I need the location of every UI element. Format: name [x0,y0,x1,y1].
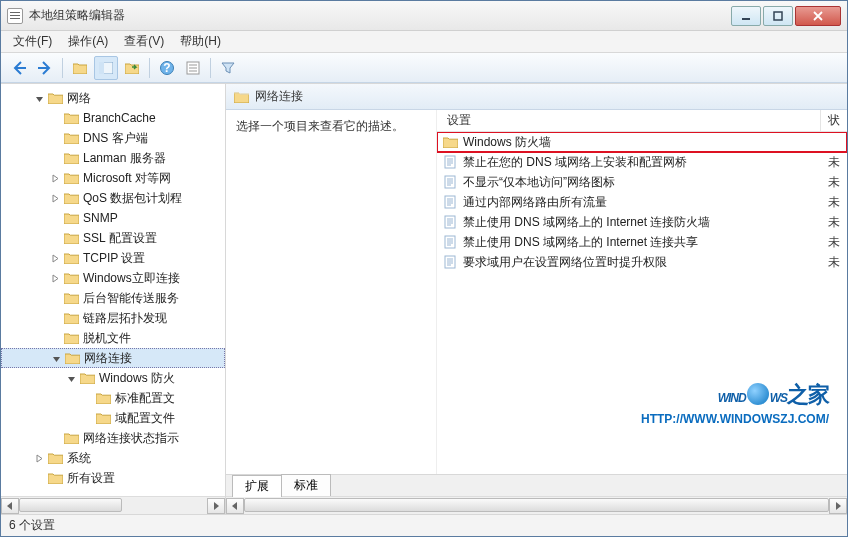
expander-icon[interactable] [49,332,61,344]
svg-rect-1 [774,12,782,20]
list-row[interactable]: 禁止在您的 DNS 域网络上安装和配置网桥未 [437,152,847,172]
tree-node[interactable]: DNS 客户端 [1,128,225,148]
tree-node[interactable]: 所有设置 [1,468,225,488]
titlebar: 本地组策略编辑器 [1,1,847,31]
expander-icon[interactable] [49,272,61,284]
list-row[interactable]: 要求域用户在设置网络位置时提升权限未 [437,252,847,272]
policy-icon [441,175,459,189]
close-button[interactable] [795,6,841,26]
tree-node[interactable]: 脱机文件 [1,328,225,348]
row-status: 未 [821,254,847,271]
scroll-left-button[interactable] [226,498,244,514]
export-button[interactable] [120,56,144,80]
filter-button[interactable] [216,56,240,80]
tree-view[interactable]: 网络BranchCacheDNS 客户端Lanman 服务器Microsoft … [1,84,225,496]
expander-icon[interactable] [81,392,93,404]
tree-label: Windows 防火 [99,370,175,387]
expander-icon[interactable] [49,132,61,144]
tree-node[interactable]: 网络 [1,88,225,108]
tree-label: Lanman 服务器 [83,150,166,167]
tree-node[interactable]: Windows 防火 [1,368,225,388]
scroll-track[interactable] [244,498,829,514]
tree-node[interactable]: BranchCache [1,108,225,128]
tab-standard[interactable]: 标准 [281,474,331,496]
tree-label: QoS 数据包计划程 [83,190,182,207]
svg-text:?: ? [163,61,170,75]
scroll-right-button[interactable] [829,498,847,514]
expander-icon[interactable] [49,432,61,444]
expander-icon[interactable] [49,112,61,124]
expander-icon[interactable] [33,92,45,104]
tree-node[interactable]: TCPIP 设置 [1,248,225,268]
items-list[interactable]: Windows 防火墙禁止在您的 DNS 域网络上安装和配置网桥未不显示“仅本地… [437,132,847,474]
list-row[interactable]: 禁止使用 DNS 域网络上的 Internet 连接共享未 [437,232,847,252]
row-name: 禁止在您的 DNS 域网络上安装和配置网桥 [459,154,821,171]
expander-icon[interactable] [65,372,77,384]
tree-label: Windows立即连接 [83,270,180,287]
expander-icon[interactable] [49,312,61,324]
menu-action[interactable]: 操作(A) [60,31,116,52]
expander-icon[interactable] [49,172,61,184]
expander-icon[interactable] [49,152,61,164]
scroll-thumb[interactable] [244,498,829,512]
expander-icon[interactable] [49,252,61,264]
menu-file[interactable]: 文件(F) [5,31,60,52]
tree-node[interactable]: Microsoft 对等网 [1,168,225,188]
tree-node[interactable]: 域配置文件 [1,408,225,428]
back-button[interactable] [7,56,31,80]
expander-icon[interactable] [49,192,61,204]
tree-node[interactable]: 系统 [1,448,225,468]
row-name: Windows 防火墙 [459,134,821,151]
expander-icon[interactable] [81,412,93,424]
tree-view-button[interactable] [94,56,118,80]
column-header-setting[interactable]: 设置 [437,110,821,131]
expander-icon[interactable] [33,472,45,484]
list-hscroll[interactable] [226,496,847,514]
folder-icon [63,310,79,326]
maximize-button[interactable] [763,6,793,26]
expander-icon[interactable] [33,452,45,464]
tree-node[interactable]: Lanman 服务器 [1,148,225,168]
tree-label: TCPIP 设置 [83,250,145,267]
list-row[interactable]: 禁止使用 DNS 域网络上的 Internet 连接防火墙未 [437,212,847,232]
expander-icon[interactable] [49,212,61,224]
description-prompt: 选择一个项目来查看它的描述。 [236,119,404,133]
scroll-thumb[interactable] [19,498,122,512]
tree-label: 系统 [67,450,91,467]
folder-icon [95,390,111,406]
tree-node[interactable]: 后台智能传送服务 [1,288,225,308]
expander-icon[interactable] [50,352,62,364]
tree-node[interactable]: QoS 数据包计划程 [1,188,225,208]
list-header: 网络连接 [226,84,847,110]
expander-icon[interactable] [49,292,61,304]
tab-extended[interactable]: 扩展 [232,475,282,497]
minimize-button[interactable] [731,6,761,26]
forward-button[interactable] [33,56,57,80]
list-row[interactable]: 通过内部网络路由所有流量未 [437,192,847,212]
tree-label: 标准配置文 [115,390,175,407]
tree-node[interactable]: 网络连接 [1,348,225,368]
properties-button[interactable] [181,56,205,80]
toolbar-separator [210,58,211,78]
tree-node[interactable]: 链路层拓扑发现 [1,308,225,328]
column-header-row: 设置 状 [437,110,847,132]
column-header-status[interactable]: 状 [821,110,847,131]
scroll-right-button[interactable] [207,498,225,514]
tree-label: Microsoft 对等网 [83,170,171,187]
menu-help[interactable]: 帮助(H) [172,31,229,52]
up-button[interactable] [68,56,92,80]
menu-view[interactable]: 查看(V) [116,31,172,52]
tree-node[interactable]: 网络连接状态指示 [1,428,225,448]
help-button[interactable]: ? [155,56,179,80]
scroll-track[interactable] [19,498,207,514]
list-row[interactable]: Windows 防火墙 [437,132,847,152]
tree-hscroll[interactable] [1,496,225,514]
expander-icon[interactable] [49,232,61,244]
tree-node[interactable]: 标准配置文 [1,388,225,408]
tree-node[interactable]: SSL 配置设置 [1,228,225,248]
app-window: 本地组策略编辑器 文件(F) 操作(A) 查看(V) 帮助(H) ? 网络Bra… [0,0,848,537]
scroll-left-button[interactable] [1,498,19,514]
tree-node[interactable]: SNMP [1,208,225,228]
list-row[interactable]: 不显示“仅本地访问”网络图标未 [437,172,847,192]
tree-node[interactable]: Windows立即连接 [1,268,225,288]
